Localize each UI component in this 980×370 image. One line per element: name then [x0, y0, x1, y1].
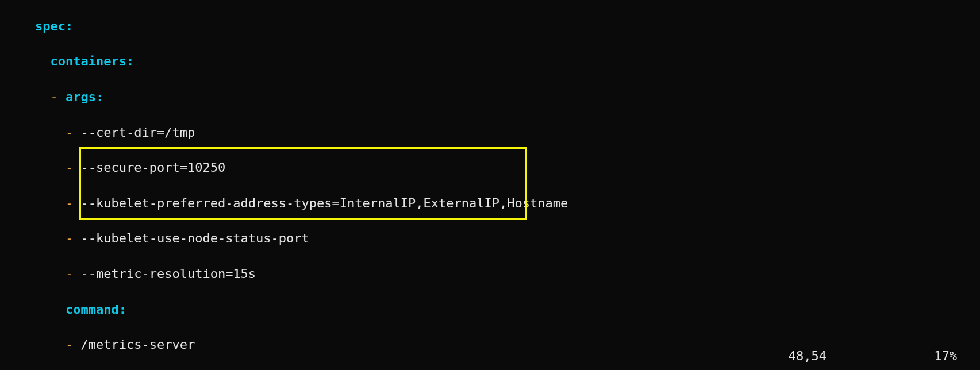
- yaml-value: --kubelet-preferred-address-types=Intern…: [80, 196, 568, 210]
- code-line: spec:: [5, 18, 980, 36]
- yaml-value: --secure-port=10250: [80, 160, 225, 175]
- code-line: - args:: [5, 88, 980, 106]
- cursor-position: 48,54: [789, 348, 869, 365]
- yaml-value: --kubelet-use-node-status-port: [80, 231, 309, 245]
- yaml-key: spec: [35, 19, 66, 33]
- code-line: - --secure-port=10250: [5, 159, 980, 177]
- yaml-key: command: [66, 302, 119, 317]
- yaml-value: --cert-dir=/tmp: [80, 125, 195, 140]
- code-line: - --cert-dir=/tmp: [5, 124, 980, 142]
- yaml-key: containers: [50, 54, 126, 68]
- code-line: - --kubelet-use-node-status-port: [5, 230, 980, 248]
- yaml-value: /metrics-server: [80, 337, 195, 352]
- vim-status-bar: 48,54 17%: [789, 348, 957, 365]
- yaml-value: --metric-resolution=15s: [80, 267, 256, 281]
- code-line: command:: [5, 301, 980, 319]
- scroll-percent: 17%: [911, 348, 957, 365]
- code-line: - --metric-resolution=15s: [5, 265, 980, 283]
- code-editor[interactable]: spec: containers: - args: - --cert-dir=/…: [0, 0, 980, 370]
- yaml-key: args: [66, 90, 96, 104]
- code-line: containers:: [5, 53, 980, 71]
- code-line: - --kubelet-preferred-address-types=Inte…: [5, 195, 980, 213]
